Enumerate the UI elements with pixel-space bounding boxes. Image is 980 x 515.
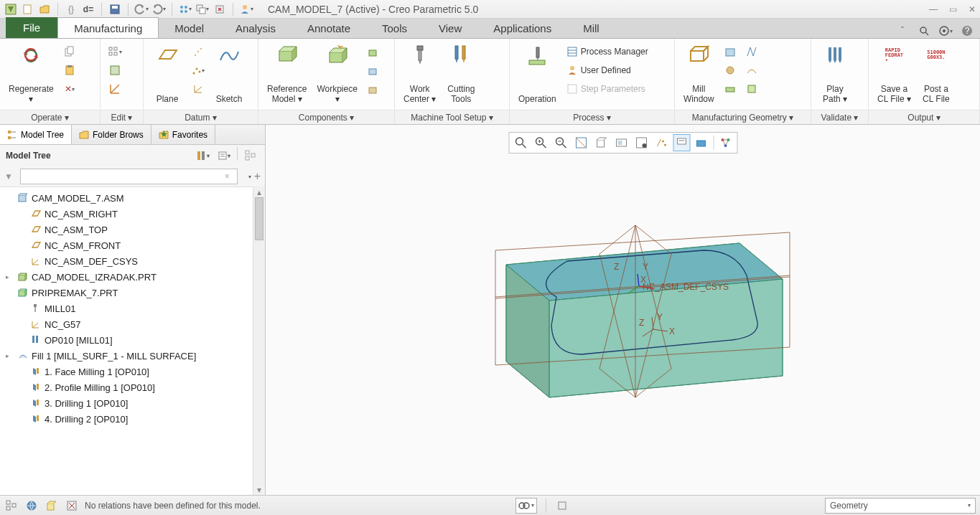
- display-style-icon[interactable]: [592, 134, 610, 151]
- zoom-out-icon[interactable]: [552, 134, 569, 151]
- datum-display-icon[interactable]: [653, 134, 670, 151]
- tree-node[interactable]: NC_ASM_RIGHT: [0, 206, 253, 222]
- collapse-ribbon-icon[interactable]: ˆ: [895, 24, 910, 38]
- group-machine-label[interactable]: Machine Tool Setup ▾: [395, 110, 509, 124]
- group-operate-label[interactable]: Operate ▾: [0, 110, 100, 124]
- group-output-label[interactable]: Output ▾: [869, 110, 979, 124]
- reference-model-button[interactable]: Reference Model ▾: [263, 42, 311, 107]
- tree-node[interactable]: NC_ASM_TOP: [0, 222, 253, 237]
- tab-mill[interactable]: Mill: [567, 18, 615, 38]
- clear-search-icon[interactable]: ×: [225, 171, 230, 181]
- tree-node[interactable]: NC_G57: [0, 316, 253, 332]
- tree-node[interactable]: ▸Fill 1 [MILL_SURF_1 - MILL SURFACE]: [0, 348, 253, 364]
- bracket-icon[interactable]: {}: [64, 2, 78, 16]
- plane-button[interactable]: Plane: [148, 42, 187, 107]
- new-file-icon[interactable]: [20, 2, 34, 16]
- minimize-button[interactable]: —: [929, 4, 938, 14]
- mg-icon-6[interactable]: [743, 80, 760, 98]
- status-tree-icon[interactable]: [4, 499, 19, 513]
- spin-center-icon[interactable]: [693, 134, 710, 151]
- redo-icon[interactable]: ▾: [151, 2, 166, 16]
- learning-icon[interactable]: ▾: [938, 24, 953, 38]
- status-browser-icon[interactable]: [24, 499, 39, 513]
- tree-tool-1-icon[interactable]: ▾: [194, 147, 211, 164]
- tree-node[interactable]: 1. Face Milling 1 [OP010]: [0, 364, 253, 379]
- zoom-fit-icon[interactable]: [512, 134, 529, 151]
- panetab-favorites[interactable]: ★Favorites: [151, 125, 215, 144]
- tree-node[interactable]: NC_ASM_DEF_CSYS: [0, 253, 253, 269]
- tab-applications[interactable]: Applications: [477, 18, 567, 38]
- user-icon[interactable]: ▾: [239, 2, 253, 16]
- process-manager-button[interactable]: Process Manager: [564, 43, 661, 60]
- expand-icon[interactable]: ▸: [6, 273, 14, 280]
- tree-node[interactable]: MILL01: [0, 301, 253, 316]
- maximize-button[interactable]: ▭: [949, 4, 957, 14]
- filter-icon[interactable]: ▼: [4, 171, 17, 181]
- tree-node[interactable]: OP010 [MILL01]: [0, 332, 253, 348]
- tab-annotate[interactable]: Annotate: [291, 18, 366, 38]
- mg-icon-5[interactable]: [743, 62, 760, 79]
- tab-analysis[interactable]: Analysis: [220, 18, 291, 38]
- panetab-folder-browser[interactable]: Folder Brows: [72, 125, 151, 144]
- add-filter-icon[interactable]: +: [254, 170, 261, 183]
- group-datum-label[interactable]: Datum ▾: [144, 110, 258, 124]
- mg-icon-2[interactable]: [722, 62, 739, 79]
- tree-node[interactable]: ▸CAD_MODEL_IZRADAK.PRT: [0, 269, 253, 285]
- group-mfggeom-label[interactable]: Manufacturing Geometry ▾: [675, 110, 811, 124]
- group-validate-label[interactable]: Validate ▾: [811, 110, 868, 124]
- operation-button[interactable]: Operation: [514, 42, 561, 107]
- copy-icon[interactable]: [61, 43, 78, 60]
- d-equals-icon[interactable]: d=: [81, 2, 95, 16]
- tree-tool-2-icon[interactable]: ▾: [215, 147, 233, 164]
- comp-icon-1[interactable]: [365, 43, 382, 60]
- tree-node[interactable]: PRIPREMAK_7.PRT: [0, 285, 253, 301]
- cutting-tools-button[interactable]: Cutting Tools: [442, 42, 480, 107]
- delete-icon[interactable]: ✕▾: [61, 80, 78, 98]
- open-file-icon[interactable]: [37, 2, 52, 16]
- csys-datum-icon[interactable]: [190, 80, 207, 98]
- save-cl-button[interactable]: RAPIDFEDRAT▾ Save a CL File ▾: [873, 42, 915, 107]
- tab-model[interactable]: Model: [159, 18, 220, 38]
- mg-icon-4[interactable]: [743, 43, 760, 60]
- tab-tools[interactable]: Tools: [366, 18, 423, 38]
- tab-manufacturing[interactable]: Manufacturing: [57, 17, 159, 38]
- play-path-button[interactable]: Play Path ▾: [816, 42, 854, 107]
- perspective-icon[interactable]: [717, 134, 734, 151]
- view-manager-icon[interactable]: [633, 134, 650, 151]
- refit-icon[interactable]: [572, 134, 589, 151]
- mill-window-button[interactable]: Mill Window: [679, 42, 719, 107]
- search-dropdown-icon[interactable]: ▾: [248, 174, 251, 180]
- post-cl-button[interactable]: S1000NG00X3. Post a CL File: [917, 42, 956, 107]
- workpiece-button[interactable]: Workpiece ▾: [312, 42, 361, 107]
- tree-scrollbar[interactable]: ▴ ▾: [253, 186, 265, 495]
- point-icon[interactable]: ▾: [190, 62, 207, 79]
- tree-search-input[interactable]: [20, 169, 238, 184]
- windows-icon[interactable]: ▾: [195, 2, 210, 16]
- work-center-button[interactable]: Work Center ▾: [399, 42, 440, 107]
- close-window-icon[interactable]: [213, 2, 227, 16]
- search-icon[interactable]: [917, 24, 931, 38]
- selection-filter-icon[interactable]: [555, 499, 569, 513]
- comp-icon-3[interactable]: [365, 80, 382, 98]
- tree-node[interactable]: 3. Drilling 1 [OP010]: [0, 395, 253, 411]
- zoom-in-icon[interactable]: [532, 134, 549, 151]
- system-menu-icon[interactable]: [4, 3, 17, 16]
- save-icon[interactable]: [108, 2, 122, 16]
- mg-icon-3[interactable]: [722, 80, 739, 98]
- tree-node[interactable]: CAM_MODEL_7.ASM: [0, 190, 253, 206]
- tab-view[interactable]: View: [423, 18, 477, 38]
- group-process-label[interactable]: Process ▾: [510, 110, 674, 124]
- help-icon[interactable]: ?: [960, 24, 974, 38]
- grid-icon[interactable]: ▾: [106, 43, 123, 60]
- regen-qat-icon[interactable]: ▾: [178, 2, 192, 16]
- user-defined-button[interactable]: User Defined: [564, 62, 661, 79]
- find-button[interactable]: ▾: [515, 498, 537, 514]
- axis-icon[interactable]: ⋰: [190, 43, 207, 60]
- annotation-display-icon[interactable]: [673, 134, 690, 151]
- 3d-viewport[interactable]: Z Y X NC_ASM_DEF_CSYS Z Y X: [266, 125, 980, 495]
- expand-icon[interactable]: ▸: [6, 352, 14, 359]
- tab-file[interactable]: File: [6, 17, 57, 38]
- tree-node[interactable]: NC_ASM_FRONT: [0, 237, 253, 253]
- status-3d-icon[interactable]: [45, 499, 59, 513]
- paste-icon[interactable]: [61, 62, 78, 79]
